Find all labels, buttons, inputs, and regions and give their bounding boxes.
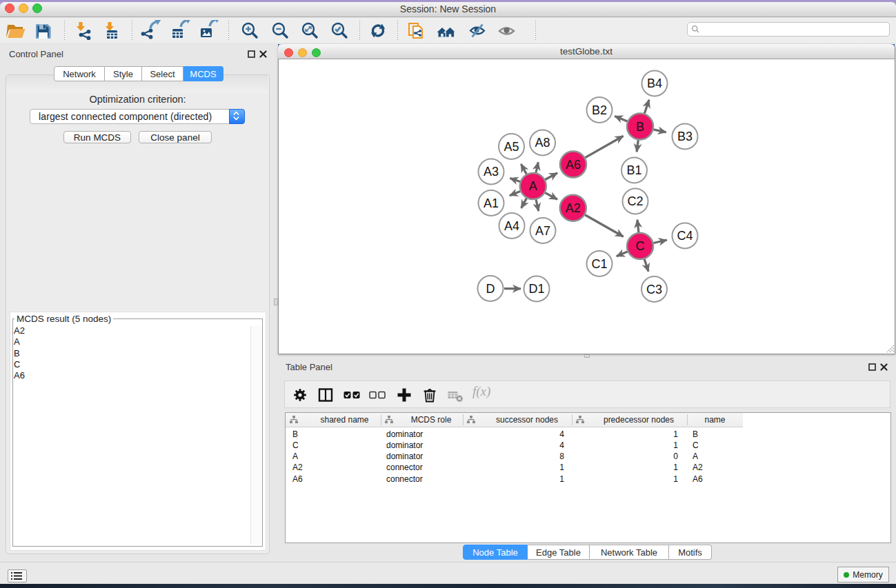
svg-text:A3: A3 xyxy=(484,165,499,179)
svg-text:C2: C2 xyxy=(627,194,643,208)
svg-text:B2: B2 xyxy=(592,103,607,117)
svg-text:A5: A5 xyxy=(504,140,519,154)
svg-text:C: C xyxy=(636,239,645,253)
svg-text:A6: A6 xyxy=(566,158,581,172)
svg-text:A7: A7 xyxy=(535,224,550,238)
svg-text:B4: B4 xyxy=(647,77,662,90)
svg-text:D1: D1 xyxy=(528,282,544,296)
svg-text:A1: A1 xyxy=(484,196,499,210)
svg-text:A4: A4 xyxy=(504,219,519,233)
svg-text:A2: A2 xyxy=(566,201,581,215)
svg-text:C4: C4 xyxy=(677,229,693,243)
svg-text:B1: B1 xyxy=(626,163,641,177)
svg-text:A8: A8 xyxy=(535,136,550,150)
svg-text:C3: C3 xyxy=(646,283,662,296)
svg-text:D: D xyxy=(486,282,495,296)
svg-text:C1: C1 xyxy=(591,257,607,271)
svg-text:B: B xyxy=(636,120,644,134)
svg-text:A: A xyxy=(529,179,537,193)
svg-text:B3: B3 xyxy=(677,130,693,143)
